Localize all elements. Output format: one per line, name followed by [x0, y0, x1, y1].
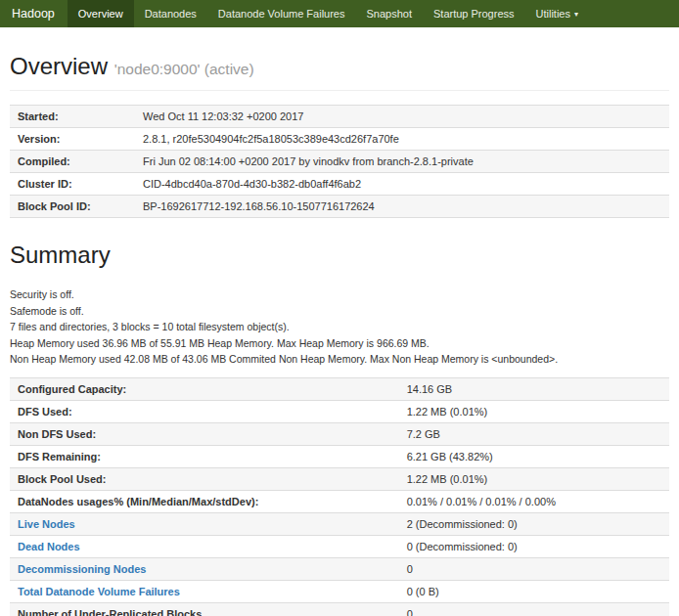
table-row: Block Pool ID: BP-1692617712-192.168.56.… — [10, 196, 669, 218]
main-content: Overview 'node0:9000' (active) Started: … — [0, 53, 679, 616]
namenode-address: 'node0:9000' (active) — [114, 61, 254, 77]
nav-item-label: Snapshot — [367, 8, 412, 20]
nav-item-label: Utilities — [536, 8, 570, 20]
row-value: 0 (0 B) — [399, 580, 669, 602]
row-value: BP-1692617712-192.168.56.10-150771617262… — [135, 196, 669, 218]
overview-table: Started: Wed Oct 11 12:03:32 +0200 2017 … — [10, 105, 669, 218]
navbar-menu: Overview Datanodes Datanode Volume Failu… — [68, 0, 589, 27]
row-value: Wed Oct 11 12:03:32 +0200 2017 — [135, 106, 669, 128]
nav-item-snapshot[interactable]: Snapshot — [356, 0, 423, 27]
row-value: 1.22 MB (0.01%) — [399, 467, 669, 490]
table-row: Compiled: Fri Jun 02 08:14:00 +0200 2017… — [10, 151, 669, 173]
row-value: 0 (Decommissioned: 0) — [399, 535, 669, 557]
row-label: Cluster ID: — [10, 173, 135, 196]
table-row: Started: Wed Oct 11 12:03:32 +0200 2017 — [10, 106, 669, 128]
table-row: Cluster ID: CID-4dbcd40a-870d-4d30-b382-… — [10, 173, 669, 196]
row-label: Version: — [10, 128, 135, 151]
nav-item-label: Datanodes — [145, 8, 197, 20]
row-label: Block Pool Used: — [10, 467, 399, 490]
nav-item-utilities[interactable]: Utilities▾ — [525, 0, 589, 27]
nav-item-datanodes[interactable]: Datanodes — [134, 0, 207, 27]
nav-item-label: Datanode Volume Failures — [218, 8, 345, 20]
table-row: Decommissioning Nodes 0 — [10, 557, 669, 580]
row-label: Started: — [10, 106, 135, 128]
table-row: Live Nodes 2 (Decommissioned: 0) — [10, 512, 669, 535]
table-row: DFS Remaining: 6.21 GB (43.82%) — [10, 445, 669, 467]
table-row: Configured Capacity: 14.16 GB — [10, 377, 669, 400]
non-heap-memory-status: Non Heap Memory used 42.08 MB of 43.06 M… — [10, 351, 669, 368]
row-value: 0 — [399, 557, 669, 580]
divider — [10, 90, 669, 91]
table-row: Dead Nodes 0 (Decommissioned: 0) — [10, 535, 669, 557]
nav-item-overview[interactable]: Overview — [68, 0, 134, 27]
row-value: 0.01% / 0.01% / 0.01% / 0.00% — [399, 490, 669, 512]
navbar-brand[interactable]: Hadoop — [0, 0, 68, 27]
row-value: 2 (Decommissioned: 0) — [399, 512, 669, 535]
nav-item-startup-progress[interactable]: Startup Progress — [423, 0, 525, 27]
row-label: Compiled: — [10, 151, 135, 173]
dead-nodes-link[interactable]: Dead Nodes — [18, 541, 80, 552]
row-label: Block Pool ID: — [10, 196, 135, 218]
row-value: 7.2 GB — [399, 422, 669, 445]
nav-item-datanode-volume-failures[interactable]: Datanode Volume Failures — [207, 0, 356, 27]
security-status: Security is off. — [10, 286, 669, 303]
table-row: Total Datanode Volume Failures 0 (0 B) — [10, 580, 669, 602]
table-row: DFS Used: 1.22 MB (0.01%) — [10, 400, 669, 422]
overview-title: Overview 'node0:9000' (active) — [10, 53, 669, 80]
caret-down-icon: ▾ — [574, 1, 578, 28]
nav-item-label: Startup Progress — [433, 8, 515, 20]
row-value: CID-4dbcd40a-870d-4d30-b382-db0aff4f6ab2 — [135, 173, 669, 196]
table-row: Non DFS Used: 7.2 GB — [10, 422, 669, 445]
row-label: DataNodes usages% (Min/Median/Max/stdDev… — [10, 490, 399, 512]
row-value: 14.16 GB — [399, 377, 669, 400]
table-row: Number of Under-Replicated Blocks 0 — [10, 602, 669, 616]
summary-table: Configured Capacity: 14.16 GB DFS Used: … — [10, 377, 669, 616]
top-navbar: Hadoop Overview Datanodes Datanode Volum… — [0, 0, 679, 27]
decommissioning-nodes-link[interactable]: Decommissioning Nodes — [18, 563, 146, 575]
live-nodes-link[interactable]: Live Nodes — [18, 518, 75, 530]
nav-item-label: Overview — [78, 8, 123, 20]
summary-title: Summary — [10, 242, 669, 269]
summary-status-text: Security is off. Safemode is off. 7 file… — [10, 286, 669, 368]
row-value: 1.22 MB (0.01%) — [399, 400, 669, 422]
row-label: DFS Remaining: — [10, 445, 399, 467]
safemode-status: Safemode is off. — [10, 303, 669, 320]
datanode-volume-failures-link[interactable]: Total Datanode Volume Failures — [18, 586, 180, 597]
heap-memory-status: Heap Memory used 36.96 MB of 55.91 MB He… — [10, 335, 669, 352]
table-row: Block Pool Used: 1.22 MB (0.01%) — [10, 467, 669, 490]
row-value: 2.8.1, r20fe5304904fc2f5a18053c389e43cd2… — [135, 128, 669, 151]
overview-title-text: Overview — [10, 53, 108, 79]
row-label: Configured Capacity: — [10, 377, 399, 400]
table-row: Version: 2.8.1, r20fe5304904fc2f5a18053c… — [10, 128, 669, 151]
row-value: 6.21 GB (43.82%) — [399, 445, 669, 467]
row-value: 0 — [399, 602, 669, 616]
row-value: Fri Jun 02 08:14:00 +0200 2017 by vinodk… — [135, 151, 669, 173]
row-label: Number of Under-Replicated Blocks — [10, 602, 399, 616]
row-label: Non DFS Used: — [10, 422, 399, 445]
filesystem-objects-status: 7 files and directories, 3 blocks = 10 t… — [10, 319, 669, 335]
table-row: DataNodes usages% (Min/Median/Max/stdDev… — [10, 490, 669, 512]
row-label: DFS Used: — [10, 400, 399, 422]
